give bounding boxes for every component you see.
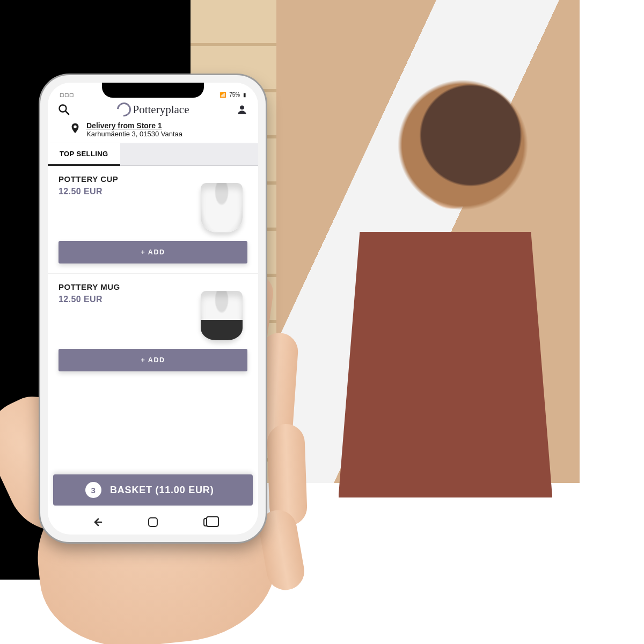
basket-count-badge: 3 — [85, 482, 101, 498]
add-button[interactable]: + ADD — [58, 349, 247, 371]
android-nav — [48, 510, 258, 535]
search-icon — [57, 103, 70, 116]
delivery-address: Karhumäentie 3, 01530 Vantaa — [86, 130, 182, 138]
basket-bar[interactable]: 3 BASKET (11.00 EUR) — [53, 474, 253, 506]
basket-label: BASKET (11.00 EUR) — [110, 485, 214, 496]
phone-frame: ◻◻◻ 📶 75% ▮ Potteryplace — [40, 75, 266, 542]
add-button[interactable]: + ADD — [58, 241, 247, 264]
svg-point-2 — [240, 105, 244, 109]
brand-logo[interactable]: Potteryplace — [117, 103, 189, 116]
square-icon — [148, 517, 158, 527]
product-name: POTTERY MUG — [58, 282, 120, 291]
app-header: Potteryplace — [48, 99, 258, 119]
battery-icon: ▮ — [243, 92, 246, 98]
user-icon — [236, 104, 248, 115]
product-card[interactable]: POTTERY CUP 12.50 EUR + ADD — [48, 166, 258, 273]
account-button[interactable] — [235, 102, 250, 117]
brand-text: Potteryplace — [133, 103, 189, 116]
nav-back-button[interactable] — [90, 515, 104, 529]
product-price: 12.50 EUR — [58, 295, 120, 304]
nav-home-button[interactable] — [146, 515, 160, 529]
product-image — [196, 174, 247, 232]
product-name: POTTERY CUP — [58, 174, 118, 184]
product-card[interactable]: POTTERY MUG 12.50 EUR + ADD — [48, 273, 258, 381]
tab-top-selling[interactable]: TOP SELLING — [48, 143, 120, 166]
delivery-title: Delivery from Store 1 — [86, 121, 182, 130]
svg-line-1 — [65, 111, 69, 114]
brand-ring-icon — [114, 100, 134, 120]
app-screen: ◻◻◻ 📶 75% ▮ Potteryplace — [48, 83, 258, 535]
battery-text: 75% — [229, 92, 240, 98]
arrow-left-icon — [91, 516, 104, 529]
product-price: 12.50 EUR — [58, 187, 118, 196]
stack-icon — [203, 518, 214, 526]
search-button[interactable] — [56, 102, 71, 117]
phone-notch — [102, 83, 204, 98]
nav-recents-button[interactable] — [202, 515, 216, 529]
tabs: TOP SELLING — [48, 143, 258, 166]
location-pin-icon — [69, 121, 81, 135]
product-image — [196, 282, 247, 340]
delivery-banner[interactable]: Delivery from Store 1 Karhumäentie 3, 01… — [48, 119, 258, 143]
statusbar-right: 📶 75% ▮ — [218, 92, 246, 98]
wifi-icon: 📶 — [219, 92, 226, 98]
product-list[interactable]: POTTERY CUP 12.50 EUR + ADD POTTERY MUG … — [48, 166, 258, 474]
svg-point-3 — [74, 126, 77, 129]
statusbar-left-icons: ◻◻◻ — [60, 92, 74, 98]
